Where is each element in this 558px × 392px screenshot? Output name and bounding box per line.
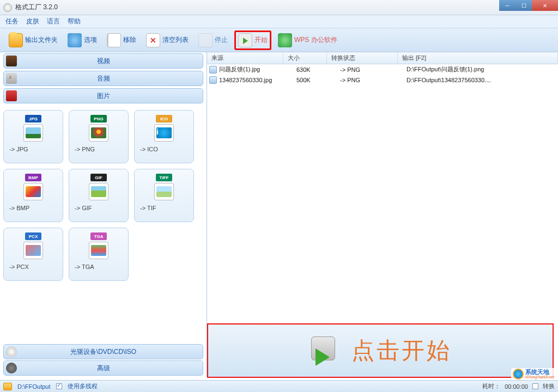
file-row[interactable]: 问题反馈(1).jpg 630K -> PNG D:\FFOutput\问题反馈…	[207, 64, 558, 75]
format-thumb-icon	[23, 183, 43, 200]
format-thumb-icon	[23, 242, 43, 259]
remove-label: 移除	[123, 35, 136, 45]
accordion-image[interactable]: 图片	[3, 88, 203, 103]
accordion-advanced[interactable]: 高级	[3, 360, 203, 376]
col-source[interactable]: 来源	[207, 52, 283, 64]
file-status: -> PNG	[336, 77, 407, 83]
format-label: -> TGA	[75, 264, 94, 270]
accordion-image-label: 图片	[97, 91, 110, 101]
format-grid: JPG -> JPGPNG -> PNGICO -> ICOBMP -> BMP…	[0, 105, 207, 343]
title-bar: 格式工厂 3.2.0 ─ ☐ ✕	[0, 0, 558, 15]
sidebar: 视频 音频 图片 JPG -> JPGPNG -> PNGICO -> ICOB…	[0, 52, 207, 377]
maximize-button[interactable]: ☐	[515, 0, 532, 11]
clear-list-button[interactable]: ✕ 清空列表	[143, 32, 192, 48]
accordion-disc-label: 光驱设备\DVD\CD\ISO	[70, 347, 136, 357]
format-label: -> TIF	[140, 205, 156, 211]
advanced-icon	[6, 363, 17, 373]
file-status: -> PNG	[336, 66, 407, 73]
accordion-video[interactable]: 视频	[3, 53, 203, 69]
format-label: -> PNG	[75, 146, 95, 152]
window-title: 格式工厂 3.2.0	[15, 3, 58, 12]
format-badge: PCX	[25, 232, 41, 240]
format-tile-tif[interactable]: TIFF -> TIF	[134, 169, 194, 222]
after-checkbox[interactable]	[532, 383, 538, 389]
audio-icon	[6, 73, 17, 84]
elapsed-label: 耗时：	[482, 382, 500, 390]
output-folder-button[interactable]: 输出文件夹	[5, 32, 61, 48]
start-banner-text: 点击开始	[351, 335, 452, 366]
accordion-advanced-label: 高级	[97, 364, 110, 373]
file-name: 1348237560330.jpg	[219, 77, 292, 83]
format-tile-ico[interactable]: ICO -> ICO	[134, 110, 194, 163]
start-label: 开始	[254, 35, 268, 45]
wps-button[interactable]: WPS 办公软件	[275, 32, 341, 48]
format-label: -> ICO	[140, 146, 158, 152]
stop-button[interactable]: 停止	[195, 32, 231, 48]
menu-task[interactable]: 任务	[5, 17, 19, 26]
image-icon	[6, 90, 17, 101]
format-tile-tga[interactable]: TGA -> TGA	[69, 228, 129, 281]
wps-label: WPS 办公软件	[294, 35, 337, 45]
globe-icon	[278, 33, 292, 47]
format-tile-png[interactable]: PNG -> PNG	[69, 110, 129, 163]
col-size[interactable]: 大小	[283, 52, 327, 64]
start-banner-icon	[309, 335, 342, 366]
format-badge: PNG	[90, 115, 107, 122]
file-size: 500K	[292, 77, 336, 83]
multithread-label: 使用多线程	[68, 382, 98, 390]
close-button[interactable]: ✕	[532, 0, 558, 11]
column-headers: 来源 大小 转换状态 输出 [F2]	[207, 52, 558, 64]
clear-icon: ✕	[146, 33, 160, 47]
watermark-logo-icon	[513, 369, 524, 379]
start-banner[interactable]: 点击开始	[207, 323, 554, 378]
format-tile-gif[interactable]: GIF -> GIF	[69, 169, 129, 222]
format-label: -> JPG	[9, 146, 28, 152]
start-button[interactable]: 开始	[234, 30, 271, 50]
file-icon	[209, 76, 217, 84]
stop-label: 停止	[215, 35, 228, 45]
format-badge: BMP	[25, 174, 41, 181]
format-tile-bmp[interactable]: BMP -> BMP	[3, 169, 63, 222]
format-badge: TIFF	[156, 174, 172, 181]
minimize-button[interactable]: ─	[499, 0, 515, 11]
format-badge: ICO	[156, 115, 172, 122]
format-badge: GIF	[90, 174, 107, 181]
status-folder-icon	[3, 383, 12, 390]
format-thumb-icon	[89, 124, 108, 142]
video-icon	[6, 56, 17, 66]
menu-skin[interactable]: 皮肤	[26, 17, 39, 26]
menu-language[interactable]: 语言	[47, 17, 60, 26]
format-badge: JPG	[25, 115, 41, 122]
multithread-checkbox[interactable]	[56, 383, 62, 389]
menu-help[interactable]: 帮助	[68, 17, 81, 26]
file-row[interactable]: 1348237560330.jpg 500K -> PNG D:\FFOutpu…	[207, 75, 558, 85]
col-output[interactable]: 输出 [F2]	[398, 52, 558, 64]
folder-icon	[9, 33, 23, 47]
options-label: 选项	[84, 35, 97, 45]
format-tile-jpg[interactable]: JPG -> JPG	[3, 110, 63, 163]
app-icon	[3, 3, 12, 12]
file-name: 问题反馈(1).jpg	[219, 65, 292, 74]
format-thumb-icon	[23, 124, 43, 142]
menu-bar: 任务 皮肤 语言 帮助	[0, 15, 558, 28]
accordion-audio[interactable]: 音频	[3, 71, 203, 86]
options-button[interactable]: 选项	[64, 32, 100, 48]
output-folder-label: 输出文件夹	[25, 35, 58, 45]
gear-icon	[68, 33, 82, 47]
play-icon	[238, 33, 252, 47]
format-thumb-icon	[154, 183, 174, 200]
file-output: D:\FFOutput\问题反馈(1).png	[407, 65, 558, 74]
status-bar: D:\FFOutput 使用多线程 耗时： 00:00:00 转换	[0, 380, 558, 392]
remove-button[interactable]: 移除	[104, 32, 140, 48]
document-icon	[107, 33, 121, 47]
file-size: 630K	[292, 66, 336, 73]
stop-icon	[198, 33, 213, 47]
status-path[interactable]: D:\FFOutput	[17, 383, 51, 390]
format-tile-pcx[interactable]: PCX -> PCX	[3, 228, 63, 281]
accordion-video-label: 视频	[97, 57, 110, 66]
file-icon	[209, 66, 217, 74]
disc-icon	[6, 346, 17, 357]
accordion-disc[interactable]: 光驱设备\DVD\CD\ISO	[3, 344, 203, 359]
accordion-audio-label: 音频	[97, 74, 110, 83]
col-status[interactable]: 转换状态	[327, 52, 398, 64]
